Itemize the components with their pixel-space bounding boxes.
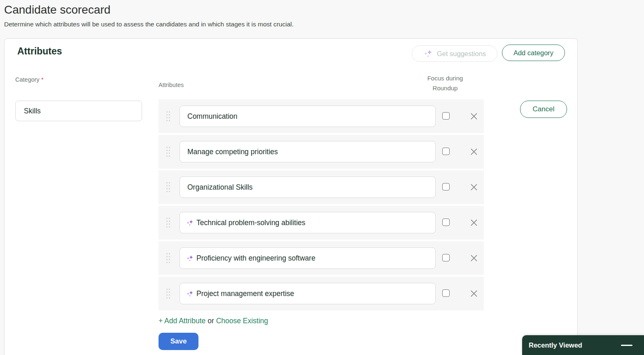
ai-sparkle-icon: [186, 219, 194, 227]
drag-handle-icon[interactable]: [166, 253, 170, 263]
focus-during-roundup-checkbox[interactable]: [442, 254, 450, 261]
add-attribute-line: + Add Attribute or Choose Existing: [159, 317, 268, 325]
page-subtitle: Determine which attributes will be used …: [4, 21, 294, 28]
focus-during-roundup-checkbox[interactable]: [442, 289, 450, 297]
ai-sparkle-icon: [186, 290, 194, 298]
attributes-column-label: Attributes: [159, 82, 184, 88]
category-input[interactable]: [15, 101, 142, 121]
drag-handle-icon[interactable]: [166, 218, 170, 228]
drag-handle-icon[interactable]: [166, 289, 170, 299]
get-suggestions-button[interactable]: Get suggestions: [412, 45, 497, 62]
focus-during-roundup-column-label: Focus during Roundup: [416, 73, 474, 93]
page-title: Candidate scorecard: [4, 3, 110, 16]
ai-sparkle-icon: [186, 254, 194, 262]
card-heading: Attributes: [17, 46, 62, 57]
attribute-name-input[interactable]: [195, 289, 431, 298]
save-button[interactable]: Save: [159, 333, 198, 350]
attribute-rows-list: [159, 99, 484, 312]
remove-attribute-icon[interactable]: [469, 254, 478, 263]
attribute-row: [159, 99, 484, 133]
remove-attribute-icon[interactable]: [469, 147, 478, 156]
drag-handle-icon[interactable]: [166, 111, 170, 121]
attribute-name-input[interactable]: [195, 219, 431, 227]
attribute-row: [159, 135, 484, 169]
remove-attribute-icon[interactable]: [469, 218, 478, 227]
attributes-card: Attributes Get suggestions Add category …: [4, 38, 578, 355]
or-text: or: [205, 317, 216, 325]
recently-viewed-label: Recently Viewed: [529, 341, 582, 349]
sparkles-icon: [423, 49, 433, 59]
attribute-input-box: [180, 283, 436, 304]
attribute-input-box: [180, 247, 436, 269]
recently-viewed-panel[interactable]: Recently Viewed: [522, 335, 644, 355]
focus-during-roundup-checkbox[interactable]: [442, 183, 450, 190]
attribute-name-input[interactable]: [186, 148, 431, 156]
drag-handle-icon[interactable]: [166, 182, 170, 192]
minimize-icon[interactable]: [621, 345, 632, 346]
attribute-name-input[interactable]: [186, 183, 431, 192]
get-suggestions-label: Get suggestions: [437, 50, 486, 58]
add-category-button[interactable]: Add category: [502, 45, 565, 61]
drag-handle-icon[interactable]: [166, 147, 170, 157]
attribute-row: [159, 241, 484, 275]
focus-during-roundup-checkbox[interactable]: [442, 112, 450, 120]
cancel-button[interactable]: Cancel: [520, 101, 567, 118]
attribute-row: [159, 206, 484, 240]
choose-existing-link[interactable]: Choose Existing: [216, 317, 268, 325]
add-attribute-link[interactable]: + Add Attribute: [159, 317, 205, 325]
attribute-input-box: [180, 176, 436, 198]
attribute-row: [159, 277, 484, 310]
remove-attribute-icon[interactable]: [469, 183, 478, 192]
category-label: Category *: [15, 76, 44, 83]
attribute-input-box: [180, 141, 436, 162]
attribute-name-input[interactable]: [186, 112, 431, 121]
focus-during-roundup-checkbox[interactable]: [442, 219, 450, 226]
remove-attribute-icon[interactable]: [469, 112, 478, 121]
attribute-input-box: [180, 106, 436, 127]
attribute-row: [159, 170, 484, 204]
remove-attribute-icon[interactable]: [469, 289, 478, 298]
focus-during-roundup-checkbox[interactable]: [442, 148, 450, 155]
attribute-name-input[interactable]: [195, 254, 431, 263]
required-asterisk: *: [41, 76, 44, 83]
attribute-input-box: [180, 212, 436, 233]
